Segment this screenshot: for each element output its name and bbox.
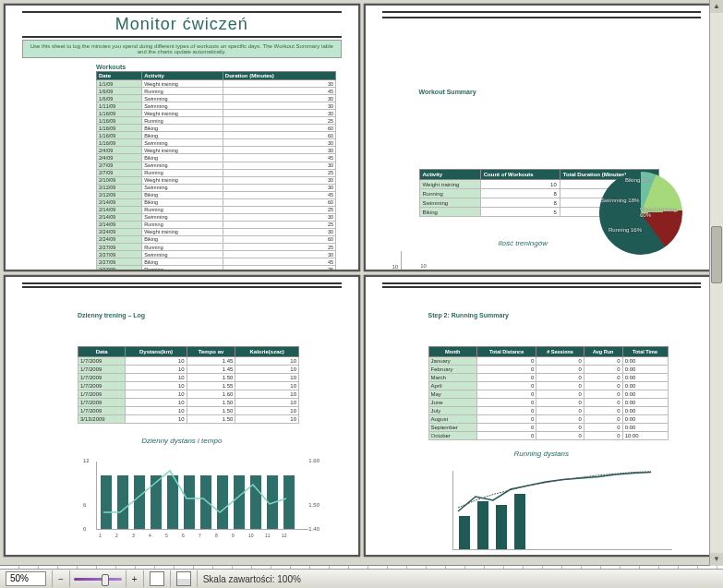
- vertical-scrollbar[interactable]: ▲ ▼: [709, 0, 723, 566]
- table-row: 3/13/2009101.5010: [78, 415, 299, 424]
- zoom-field-wrap: [0, 570, 53, 587]
- table-row: 1/7/2009101.5010: [78, 407, 299, 415]
- minus-icon: −: [58, 574, 64, 584]
- summary-caption: Workout Summary: [419, 89, 702, 95]
- table-row: 1/7/2009101.5010: [78, 399, 299, 407]
- view-normal-button[interactable]: [144, 570, 171, 587]
- view-outline-button[interactable]: [171, 570, 198, 587]
- app-viewport: Monitor ćwiczeń Use this sheet to log th…: [0, 0, 723, 588]
- table-row: 1/16/09Biking60: [97, 132, 336, 139]
- page-1[interactable]: Monitor ćwiczeń Use this sheet to log th…: [4, 4, 360, 271]
- table-row: 2/27/09Biking45: [97, 258, 336, 266]
- daily-log-table: DataDystans(km)Tempo avKalorie(szac) 1/7…: [78, 346, 299, 424]
- table-row: 2/14/09Biking60: [97, 198, 336, 206]
- table-row: July0000:00: [428, 407, 668, 415]
- scale-label: Skala zawartości: 100%: [198, 570, 307, 587]
- status-bar: − + Skala zawartości: 100%: [0, 569, 723, 588]
- table-row: 1/6/09Running45: [97, 88, 336, 95]
- table-row: 2/24/09Biking60: [97, 235, 336, 243]
- table-row: 2/4/09Biking45: [97, 154, 336, 162]
- workouts-table: DateActivityDuration (Minutes) 1/1/09Wei…: [96, 71, 336, 271]
- table-row: April0000:00: [428, 382, 668, 390]
- table-row: February0000:00: [428, 366, 668, 374]
- table-row: March0000:00: [428, 374, 668, 382]
- combo-chart-title: Dzienny dystans i tempo: [22, 437, 342, 445]
- table-row: 2/12/09Biking45: [97, 191, 336, 198]
- zoom-out-button[interactable]: −: [53, 570, 70, 587]
- table-row: 1/7/2009101.4510: [78, 366, 299, 374]
- table-row: October00010:00: [428, 432, 668, 440]
- table-row: 2/24/09Weight training30: [97, 228, 336, 235]
- page-grid: Monitor ćwiczeń Use this sheet to log th…: [0, 0, 723, 566]
- table-row: 2/10/09Weight training30: [97, 176, 336, 184]
- table-row: May0000:00: [428, 390, 668, 399]
- table-row: 2/12/09Swimming30: [97, 184, 336, 191]
- scroll-thumb[interactable]: [711, 226, 722, 283]
- table-row: June0000:00: [428, 399, 668, 407]
- table-row: 1/16/09Biking60: [97, 125, 336, 132]
- page-3[interactable]: Dzienny trening – Log DataDystans(km)Tem…: [4, 275, 360, 557]
- progress-chart: [428, 465, 678, 557]
- table-row: 2/14/09Running25: [97, 221, 336, 228]
- table-row: 2/14/09Running25: [97, 206, 336, 213]
- table-row: January0000:00: [428, 357, 668, 366]
- table-row: 2/27/09Running25: [97, 244, 336, 251]
- table-row: 1/1/09Weight training30: [97, 80, 336, 88]
- zoom-slider-thumb[interactable]: [102, 574, 109, 586]
- table-row: 1/6/09Swimming30: [97, 95, 336, 102]
- instruction-banner: Use this sheet to log the minutes you sp…: [22, 40, 342, 58]
- page-title: Monitor ćwiczeń: [22, 15, 342, 34]
- table-row: 2/7/09Swimming30: [97, 162, 336, 169]
- page-icon: [150, 571, 164, 586]
- page-2[interactable]: Workout Summary ActivityCount of Workout…: [364, 4, 720, 271]
- running-caption: Step 2: Running Summary: [428, 312, 702, 318]
- table-row: 2/27/09Running25: [97, 266, 336, 271]
- table-row: 2/27/09Swimming30: [97, 251, 336, 258]
- table-row: 2/14/09Swimming30: [97, 213, 336, 221]
- table-row: August0000:00: [428, 415, 668, 424]
- table-row: 2/4/09Weight training30: [97, 147, 336, 154]
- table-row: 1/11/09Swimming30: [97, 102, 336, 110]
- summary-pie-chart: Biking 6%Swimming 18%Running 16%Weight t…: [599, 172, 701, 271]
- scroll-up-arrow[interactable]: ▲: [710, 0, 723, 13]
- grid-icon: [176, 571, 191, 586]
- table-row: 1/7/2009101.4510: [78, 357, 299, 366]
- table-row: 1/16/09Running25: [97, 117, 336, 125]
- table-row: 1/7/2009101.6010: [78, 390, 299, 399]
- running-summary-table: MonthTotal Distance# SessionsAvg RunTota…: [428, 346, 669, 440]
- zoom-slider[interactable]: [70, 570, 127, 587]
- table-row: 1/7/2009101.5510: [78, 382, 299, 390]
- table-row: 1/7/2009101.5010: [78, 374, 299, 382]
- page-4[interactable]: Step 2: Running Summary MonthTotal Dista…: [364, 275, 720, 557]
- zoom-input[interactable]: [6, 571, 46, 586]
- workouts-caption: Workouts: [96, 64, 342, 70]
- table-row: 1/16/09Swimming30: [97, 139, 336, 147]
- zoom-in-button[interactable]: +: [127, 570, 144, 587]
- dlog-caption: Dzienny trening – Log: [78, 312, 342, 318]
- summary-bar-chart: 0 5 10 10Weight training8Running8Swimmin…: [401, 251, 586, 271]
- table-row: September0000:00: [428, 424, 668, 432]
- scroll-down-arrow[interactable]: ▼: [710, 553, 723, 566]
- combo-chart: 123456789101112 0 6 12 1.60 1.50 1.40: [78, 452, 318, 545]
- plus-icon: +: [132, 574, 138, 584]
- table-row: 2/7/09Running25: [97, 169, 336, 176]
- table-row: 1/16/09Weight training30: [97, 110, 336, 117]
- progress-chart-title: Running dystans: [382, 450, 702, 458]
